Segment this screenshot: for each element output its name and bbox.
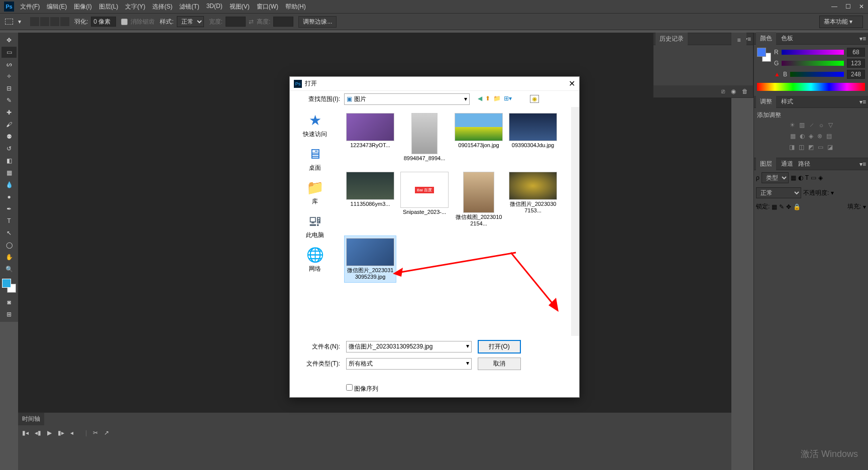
dialog-titlebar[interactable]: Ps 打开 ✕	[290, 77, 579, 91]
play-icon[interactable]: ▶	[47, 429, 52, 436]
filter-icon[interactable]: ◈	[809, 133, 813, 140]
maximize-icon[interactable]: ☐	[845, 3, 851, 10]
first-frame-icon[interactable]: ▮◂	[22, 429, 29, 436]
adjustments-tab[interactable]: 调整	[756, 95, 776, 108]
timeline-tab[interactable]: 时间轴	[18, 413, 44, 425]
menu-type[interactable]: 文字(Y)	[125, 3, 145, 11]
image-sequence-checkbox[interactable]: 图像序列	[346, 384, 378, 393]
sidebar-network[interactable]: 🌐 网络	[306, 246, 324, 273]
swatches-tab[interactable]: 色板	[781, 34, 793, 43]
curves-icon[interactable]: ⟋	[809, 122, 815, 129]
menu-select[interactable]: 选择(S)	[152, 3, 172, 11]
lookin-combo[interactable]: ▣ 图片 ▾	[344, 93, 470, 105]
menu-view[interactable]: 视图(V)	[230, 3, 250, 11]
r-value[interactable]: 68	[847, 48, 865, 57]
lock-move-icon[interactable]: ✥	[786, 203, 791, 210]
zoom-tool-icon[interactable]: 🔍	[2, 264, 17, 275]
lasso-tool-icon[interactable]: ᔕ	[2, 59, 17, 70]
move-tool-icon[interactable]: ✥	[2, 35, 17, 46]
gradient-tool-icon[interactable]: ▦	[2, 167, 17, 178]
invert-icon[interactable]: ◨	[789, 144, 795, 151]
style-select[interactable]: 正常	[177, 16, 204, 27]
layers-tab[interactable]: 图层	[756, 158, 776, 170]
styles-tab[interactable]: 样式	[781, 97, 793, 106]
g-slider[interactable]	[782, 61, 844, 66]
file-item[interactable]: 11135086ym3...	[344, 170, 396, 229]
exposure-icon[interactable]: ☼	[819, 122, 824, 129]
channels-tab[interactable]: 通道	[781, 160, 793, 168]
history-camera-icon[interactable]: ◉	[731, 88, 736, 95]
color-spectrum[interactable]	[757, 83, 865, 91]
menu-file[interactable]: 文件(F)	[20, 3, 40, 11]
selective-icon[interactable]: ◪	[827, 144, 833, 151]
filename-combo[interactable]: 微信图片_20230313095239.jpg▾	[346, 341, 472, 352]
minimize-icon[interactable]: —	[831, 3, 837, 10]
marquee-tool-icon[interactable]	[5, 19, 13, 25]
close-icon[interactable]: ✕	[859, 3, 864, 10]
dodge-tool-icon[interactable]: ●	[2, 191, 17, 202]
lock-paint-icon[interactable]: ✎	[779, 203, 784, 210]
menu-filter[interactable]: 滤镜(T)	[179, 3, 199, 11]
path-select-tool-icon[interactable]: ↖	[2, 227, 17, 239]
lookup-icon[interactable]: ▤	[826, 133, 832, 140]
marquee-tool-icon[interactable]: ▭	[2, 47, 17, 58]
newfolder-icon[interactable]: 📁	[493, 95, 501, 103]
selection-subtract-icon[interactable]	[50, 17, 59, 26]
clone-stamp-tool-icon[interactable]: ⚉	[2, 131, 17, 142]
history-tab[interactable]: 历史记录	[656, 33, 688, 45]
filter-pixel-icon[interactable]: ▦	[791, 174, 796, 181]
cancel-button[interactable]: 取消	[478, 358, 521, 370]
file-item[interactable]: 1223473RyOT...	[344, 111, 396, 164]
selection-intersect-icon[interactable]	[60, 17, 69, 26]
file-item[interactable]: 微信图片_20230307153...	[507, 170, 559, 229]
selection-add-icon[interactable]	[40, 17, 49, 26]
layer-kind-select[interactable]: 类型	[762, 172, 789, 183]
workspace-select[interactable]: 基本功能 ▾	[819, 16, 863, 28]
filter-shape-icon[interactable]: ▭	[811, 174, 816, 181]
threshold-icon[interactable]: ◩	[808, 144, 814, 151]
feather-input[interactable]	[91, 17, 116, 27]
prev-frame-icon[interactable]: ◂▮	[35, 429, 41, 436]
posterize-icon[interactable]: ◫	[799, 144, 804, 151]
bw-icon[interactable]: ◐	[800, 133, 805, 140]
r-slider[interactable]	[782, 50, 844, 55]
menu-layer[interactable]: 图层(L)	[99, 3, 119, 11]
dialog-close-icon[interactable]: ✕	[569, 79, 575, 88]
screenmode-tool-icon[interactable]: ⊞	[2, 309, 17, 320]
healing-brush-tool-icon[interactable]: ✚	[2, 107, 17, 118]
sidebar-libraries[interactable]: 📁 库	[306, 178, 324, 206]
quickmask-tool-icon[interactable]: ◙	[2, 297, 17, 308]
next-frame-icon[interactable]: ▮▸	[58, 429, 64, 436]
sidebar-thispc[interactable]: 🖳 此电脑	[306, 212, 324, 240]
fill-menu-icon[interactable]: ▾	[863, 203, 866, 210]
opacity-menu-icon[interactable]: ▾	[831, 189, 834, 196]
text-tool-icon[interactable]: T	[2, 215, 17, 226]
lock-all-icon[interactable]: ▦	[772, 203, 777, 210]
history-snapshot-icon[interactable]: ⎚	[721, 88, 725, 95]
up-icon[interactable]: ⬆	[485, 95, 490, 103]
color-tab[interactable]: 颜色	[756, 32, 776, 45]
file-item[interactable]: 微信截图_20230102154...	[453, 170, 505, 229]
hue-icon[interactable]: ▦	[790, 133, 796, 140]
menu-window[interactable]: 窗口(W)	[257, 3, 278, 11]
hand-tool-icon[interactable]: ✋	[2, 252, 17, 263]
foreground-color-swatch[interactable]	[2, 279, 11, 288]
last-frame-icon[interactable]: ◂	[70, 429, 73, 436]
vibrance-icon[interactable]: ▽	[828, 122, 833, 129]
crop-tool-icon[interactable]: ⊟	[2, 83, 17, 94]
gradmap-icon[interactable]: ▭	[818, 144, 823, 151]
back-icon[interactable]: ◀	[478, 95, 482, 103]
panel-menu-icon[interactable]: ▾≡	[859, 161, 866, 168]
filter-adjust-icon[interactable]: ◐	[798, 174, 803, 181]
menu-help[interactable]: 帮助(H)	[285, 3, 306, 11]
paths-tab[interactable]: 路径	[798, 160, 810, 168]
b-value[interactable]: 248	[847, 70, 865, 79]
file-item[interactable]: Bai 百度Snipaste_2023-...	[398, 170, 451, 229]
refine-edge-button[interactable]: 调整边缘...	[298, 16, 337, 28]
eraser-tool-icon[interactable]: ◧	[2, 155, 17, 166]
file-item-selected[interactable]: 微信图片_20230313095239.jpg	[344, 236, 396, 283]
menu-3d[interactable]: 3D(D)	[206, 3, 223, 11]
magic-wand-tool-icon[interactable]: ✧	[2, 71, 17, 82]
menu-image[interactable]: 图像(I)	[74, 3, 91, 11]
lock-icon[interactable]: 🔒	[793, 203, 801, 210]
